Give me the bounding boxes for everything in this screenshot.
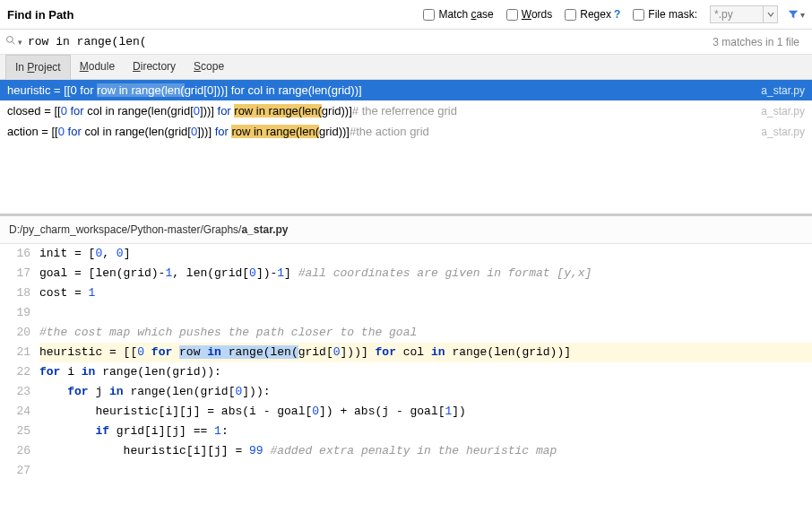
svg-point-0 (7, 37, 13, 43)
preview-path-dir: D:/py_charm_workspace/Python-master/Grap… (9, 223, 241, 236)
words-checkbox[interactable]: Words (506, 8, 552, 21)
result-row[interactable]: heuristic = [[0 for row in range(len(gri… (0, 80, 812, 100)
tab-in-project[interactable]: In Project (5, 55, 71, 80)
regex-checkbox[interactable]: Regex ? (565, 8, 620, 21)
search-history-icon[interactable]: ▾ (18, 38, 22, 47)
preview-path: D:/py_charm_workspace/Python-master/Grap… (0, 216, 812, 244)
header-bar: Find in Path Match case Words Regex ? Fi… (0, 0, 812, 30)
regex-input[interactable] (565, 9, 576, 21)
words-label: Words (522, 8, 552, 21)
svg-line-1 (13, 42, 15, 45)
code-preview: 161718192021222324252627 init = [0, 0]go… (0, 244, 812, 481)
match-case-input[interactable] (423, 9, 435, 21)
result-row[interactable]: closed = [[0 for col in range(len(grid[0… (0, 100, 812, 121)
match-case-checkbox[interactable]: Match case (423, 8, 493, 21)
search-icon (5, 35, 16, 48)
file-mask-input-check[interactable] (633, 9, 644, 21)
words-input[interactable] (506, 9, 518, 21)
scope-tabs: In Project Module Directory Scope (0, 55, 812, 80)
search-input[interactable] (28, 31, 713, 52)
file-mask-field[interactable] (710, 5, 764, 23)
code-lines[interactable]: init = [0, 0]goal = [len(grid)-1, len(gr… (39, 244, 812, 481)
regex-label: Regex (580, 8, 611, 21)
result-row[interactable]: action = [[0 for col in range(len(grid[0… (0, 121, 812, 142)
file-mask-label: File mask: (648, 8, 697, 21)
match-case-label: Match case (438, 8, 493, 21)
match-count: 3 matches in 1 file (713, 36, 807, 48)
tab-directory[interactable]: Directory (124, 55, 185, 79)
dialog-title: Find in Path (7, 8, 73, 22)
results-list: heuristic = [[0 for row in range(len(gri… (0, 80, 812, 142)
filter-icon[interactable]: ▾ (787, 8, 805, 21)
search-row: ▾ 3 matches in 1 file (0, 30, 812, 55)
preview-path-file: a_star.py (241, 223, 288, 236)
gutter: 161718192021222324252627 (0, 244, 39, 481)
tab-module[interactable]: Module (71, 55, 124, 79)
file-mask-dropdown[interactable] (764, 5, 778, 23)
file-mask-checkbox[interactable]: File mask: (633, 8, 697, 21)
tab-scope[interactable]: Scope (185, 55, 233, 79)
regex-help-icon[interactable]: ? (614, 8, 620, 21)
